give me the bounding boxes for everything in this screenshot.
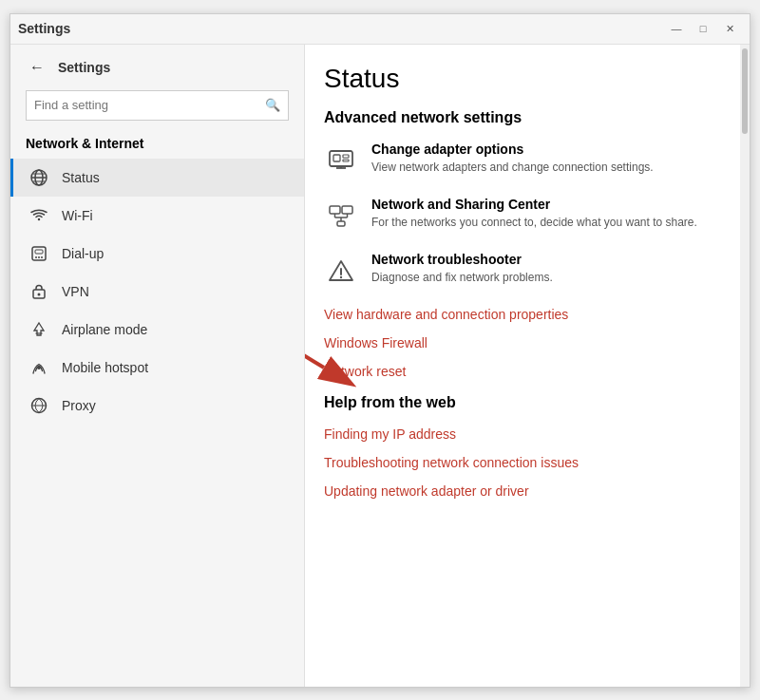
adapter-setting: Change adapter options View network adap… [324,142,727,178]
sidebar-item-wifi[interactable]: Wi-Fi [10,197,304,235]
troubleshooter-name: Network troubleshooter [371,252,727,267]
proxy-icon [29,396,48,415]
sidebar: ← Settings 🔍 Network & Internet [10,45,305,687]
svg-point-11 [38,293,41,295]
sidebar-top: ← Settings [10,45,304,86]
wifi-icon [29,206,48,225]
settings-window: Settings — □ ✕ ← Settings 🔍 Network & In… [10,13,750,688]
warning-icon-wrap [324,254,358,288]
sidebar-item-status-label: Status [62,170,100,185]
svg-point-9 [41,256,43,258]
svg-rect-20 [343,155,349,158]
maximize-button[interactable]: □ [691,19,715,38]
sharing-name: Network and Sharing Center [371,197,727,212]
page-title: Status [324,64,727,94]
sidebar-item-hotspot[interactable]: Mobile hotspot [10,349,304,387]
sidebar-item-vpn[interactable]: VPN [10,273,304,311]
sidebar-item-wifi-label: Wi-Fi [62,208,93,223]
troubleshooter-setting: Network troubleshooter Diagnose and fix … [324,252,727,288]
back-button[interactable]: ← [26,56,48,79]
sidebar-item-proxy[interactable]: Proxy [10,387,304,425]
hotspot-icon [29,358,48,377]
sidebar-item-status[interactable]: Status [10,159,304,197]
sidebar-item-proxy-label: Proxy [62,398,96,413]
sidebar-item-airplane[interactable]: Airplane mode [10,311,304,349]
window-title: Settings [18,21,70,36]
sidebar-item-dialup[interactable]: Dial-up [10,235,304,273]
firewall-link[interactable]: Windows Firewall [324,335,727,350]
search-box[interactable]: 🔍 [26,90,289,121]
svg-rect-22 [330,206,340,214]
search-icon: 🔍 [265,98,280,112]
titlebar-left: Settings [18,21,70,36]
svg-rect-19 [333,155,340,161]
reset-link[interactable]: Network reset [324,364,727,379]
sharing-icon [328,202,354,229]
titlebar-controls: — □ ✕ [664,19,742,38]
vpn-icon [29,282,48,301]
svg-rect-28 [337,221,345,226]
sidebar-section-header: Network & Internet [10,132,304,159]
troubleshoot-link[interactable]: Troubleshooting network connection issue… [324,455,727,470]
content-area: ← Settings 🔍 Network & Internet [10,45,750,687]
advanced-section-title: Advanced network settings [324,109,727,126]
scrollbar-track[interactable] [740,45,750,687]
troubleshooter-desc: Diagnose and fix network problems. [371,270,727,286]
sidebar-item-airplane-label: Airplane mode [62,322,147,337]
dialup-icon [29,244,48,263]
hardware-link[interactable]: View hardware and connection properties [324,307,727,322]
sidebar-item-dialup-label: Dial-up [62,246,104,261]
sharing-text: Network and Sharing Center For the netwo… [371,197,727,231]
adapter-desc: View network adapters and change connect… [371,160,727,176]
main-content: Status Advanced network settings Change … [305,45,750,687]
minimize-button[interactable]: — [664,19,689,38]
svg-point-8 [38,256,40,258]
airplane-icon [29,320,48,339]
sidebar-item-vpn-label: VPN [62,284,89,299]
svg-rect-23 [342,206,352,214]
ip-link[interactable]: Finding my IP address [324,426,727,442]
search-input[interactable] [34,98,265,112]
svg-point-7 [35,256,37,258]
sidebar-item-hotspot-label: Mobile hotspot [62,360,148,375]
troubleshooter-text: Network troubleshooter Diagnose and fix … [371,252,727,286]
monitor-icon [328,147,354,174]
sharing-desc: For the networks you connect to, decide … [371,215,727,231]
svg-point-30 [340,275,342,277]
sharing-icon-wrap [324,199,358,233]
globe-icon [29,168,48,187]
svg-rect-21 [343,160,349,161]
driver-link[interactable]: Updating network adapter or driver [324,483,727,499]
svg-rect-6 [35,250,43,254]
close-button[interactable]: ✕ [717,19,742,38]
help-section-title: Help from the web [324,394,727,411]
help-section: Help from the web Finding my IP address … [324,394,727,499]
warning-icon [328,257,354,284]
scrollbar-thumb[interactable] [742,48,748,134]
sharing-setting: Network and Sharing Center For the netwo… [324,197,727,233]
monitor-icon-wrap [324,143,358,178]
adapter-text: Change adapter options View network adap… [371,142,727,176]
adapter-name: Change adapter options [371,142,727,157]
sidebar-app-title: Settings [58,60,110,75]
titlebar: Settings — □ ✕ [10,14,750,45]
